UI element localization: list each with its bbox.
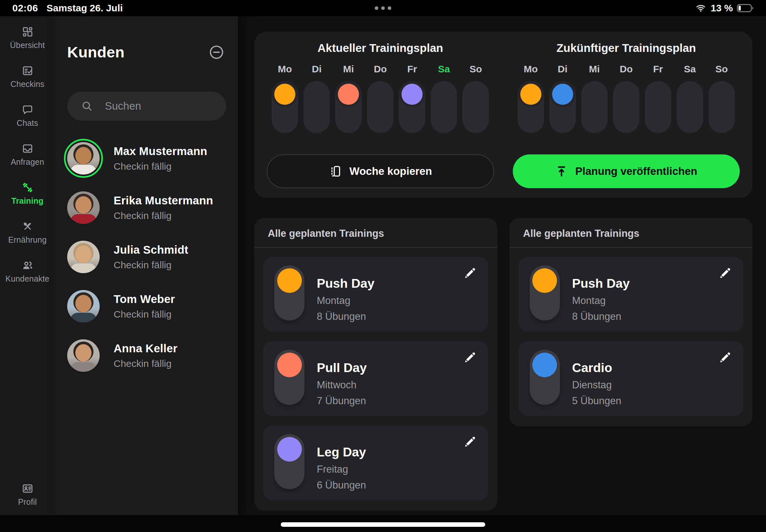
day-column-mi: Mi xyxy=(581,64,608,133)
avatar xyxy=(67,290,100,322)
day-column-do: Do xyxy=(613,64,639,133)
day-label: Mi xyxy=(343,64,354,77)
day-column-di: Di xyxy=(550,64,576,133)
client-name: Julia Schmidt xyxy=(114,243,188,256)
day-slot[interactable] xyxy=(272,81,298,133)
dumbbell-icon xyxy=(22,182,33,193)
client-row[interactable]: Tom WeberCheckin fällig xyxy=(67,290,226,322)
training-dot[interactable] xyxy=(520,84,541,105)
training-toggle[interactable] xyxy=(274,434,304,489)
training-dot[interactable] xyxy=(552,84,573,105)
training-toggle[interactable] xyxy=(274,350,304,405)
training-day: Montag xyxy=(317,295,374,307)
trainings-list: Push DayMontag8 ÜbungenPull DayMittwoch7… xyxy=(254,248,497,511)
avatar-photo xyxy=(75,295,91,312)
avatar-photo xyxy=(70,214,97,224)
day-slot[interactable] xyxy=(677,81,703,133)
copy-week-button[interactable]: Woche kopieren xyxy=(267,154,494,188)
client-name: Erika Mustermann xyxy=(114,194,213,207)
current-plan-section: Aktueller Trainingsplan MoDiMiDoFrSaSo W… xyxy=(257,40,504,198)
sidebar-item-chats[interactable]: Chats xyxy=(0,104,55,128)
trainings-list: Push DayMontag8 ÜbungenCardioDienstag5 Ü… xyxy=(510,248,753,426)
planned-trainings-card-current: Alle geplanten TrainingsPush DayMontag8 … xyxy=(254,218,497,511)
day-slot[interactable] xyxy=(303,81,330,133)
day-label: Di xyxy=(558,64,567,77)
training-dot[interactable] xyxy=(402,84,423,105)
day-column-mo: Mo xyxy=(518,64,544,133)
home-indicator[interactable] xyxy=(281,522,485,527)
sidebar-item-ernährung[interactable]: Ernährung xyxy=(0,221,55,245)
edit-training-button[interactable] xyxy=(717,265,733,281)
client-row[interactable]: Max MustermannCheckin fällig xyxy=(67,142,226,175)
day-label: Do xyxy=(374,64,387,77)
day-slot[interactable] xyxy=(518,81,544,133)
multitask-dot xyxy=(381,6,385,10)
current-plan-title: Aktueller Trainingsplan xyxy=(317,42,443,54)
day-slot[interactable] xyxy=(399,81,425,133)
training-day: Montag xyxy=(572,295,630,307)
training-day: Mittwoch xyxy=(317,379,367,391)
trainings-card-header: Alle geplanten Trainings xyxy=(510,218,753,247)
day-slot[interactable] xyxy=(645,81,671,133)
planned-trainings-card-future: Alle geplanten TrainingsPush DayMontag8 … xyxy=(510,218,753,426)
search-field[interactable] xyxy=(67,91,226,121)
edit-training-button[interactable] xyxy=(462,434,478,450)
training-exercise-count: 5 Übungen xyxy=(572,395,622,407)
client-row[interactable]: Julia SchmidtCheckin fällig xyxy=(67,241,226,273)
day-slot[interactable] xyxy=(335,81,361,133)
day-label: Fr xyxy=(407,64,417,77)
future-plan-section: Zukünftiger Trainingsplan MoDiMiDoFrSaSo… xyxy=(504,40,749,198)
training-name: Push Day xyxy=(317,276,374,291)
day-slot[interactable] xyxy=(613,81,639,133)
cutlery-icon xyxy=(22,221,33,232)
training-item[interactable]: Push DayMontag8 Übungen xyxy=(519,257,744,332)
status-date: Samstag 26. Juli xyxy=(46,3,123,14)
client-name: Tom Weber xyxy=(114,293,175,306)
day-slot[interactable] xyxy=(709,81,735,133)
training-toggle[interactable] xyxy=(274,265,304,320)
day-label: Mo xyxy=(524,64,538,77)
day-column-do: Do xyxy=(367,64,394,133)
collapse-panel-button[interactable] xyxy=(208,44,225,61)
client-status: Checkin fällig xyxy=(114,210,213,221)
status-time: 02:06 xyxy=(12,3,38,14)
training-toggle[interactable] xyxy=(530,350,560,405)
avatar xyxy=(67,142,100,175)
edit-training-button[interactable] xyxy=(717,350,733,365)
day-slot[interactable] xyxy=(367,81,394,133)
sidebar-item-checkins[interactable]: Checkins xyxy=(0,65,55,89)
training-color-dot xyxy=(532,353,557,377)
search-input[interactable] xyxy=(104,100,243,113)
training-item[interactable]: Leg DayFreitag6 Übungen xyxy=(263,426,488,500)
avatar-photo xyxy=(70,165,97,175)
client-row[interactable]: Anna KellerCheckin fällig xyxy=(67,339,226,372)
training-toggle[interactable] xyxy=(530,265,560,320)
sidebar-item-training[interactable]: Training xyxy=(0,182,55,206)
training-item[interactable]: CardioDienstag5 Übungen xyxy=(519,341,744,416)
day-slot[interactable] xyxy=(463,81,489,133)
sidebar-item-anfragen[interactable]: Anfragen xyxy=(0,143,55,167)
day-slot[interactable] xyxy=(431,81,457,133)
day-slot[interactable] xyxy=(581,81,608,133)
day-slot[interactable] xyxy=(550,81,576,133)
avatar xyxy=(67,339,100,372)
dashboard-icon xyxy=(22,26,33,38)
training-dot[interactable] xyxy=(338,84,359,105)
multitask-indicator[interactable] xyxy=(375,6,392,10)
training-item[interactable]: Push DayMontag8 Übungen xyxy=(263,257,488,332)
clients-panel-title: Kunden xyxy=(67,43,125,61)
sidebar-item-profil[interactable]: Profil xyxy=(0,483,55,507)
clients-panel: Kunden Max MustermannCheckin fälligErika… xyxy=(55,16,238,515)
publish-plan-button[interactable]: Planung veröffentlichen xyxy=(513,154,740,188)
day-label: Do xyxy=(620,64,633,77)
sidebar-item-übersicht[interactable]: Übersicht xyxy=(0,26,55,50)
training-dot[interactable] xyxy=(274,84,295,105)
main-content: Aktueller Trainingsplan MoDiMiDoFrSaSo W… xyxy=(238,16,766,515)
training-color-dot xyxy=(277,268,302,293)
sidebar-item-kundenakte[interactable]: Kundenakte xyxy=(0,260,55,284)
training-item[interactable]: Pull DayMittwoch7 Übungen xyxy=(263,341,488,416)
edit-training-button[interactable] xyxy=(462,350,478,365)
client-row[interactable]: Erika MustermannCheckin fällig xyxy=(67,191,226,224)
edit-training-button[interactable] xyxy=(462,265,478,281)
id-card-icon xyxy=(22,483,33,494)
